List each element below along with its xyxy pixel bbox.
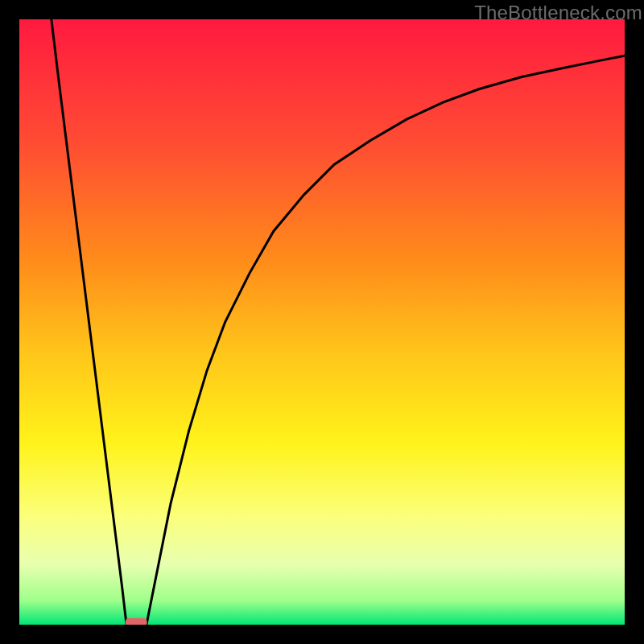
- bottleneck-marker: [126, 618, 147, 625]
- chart-frame: [19, 19, 625, 625]
- gradient-background: [19, 19, 625, 625]
- watermark-text: TheBottleneck.com: [474, 2, 642, 24]
- bottleneck-chart: [19, 19, 625, 625]
